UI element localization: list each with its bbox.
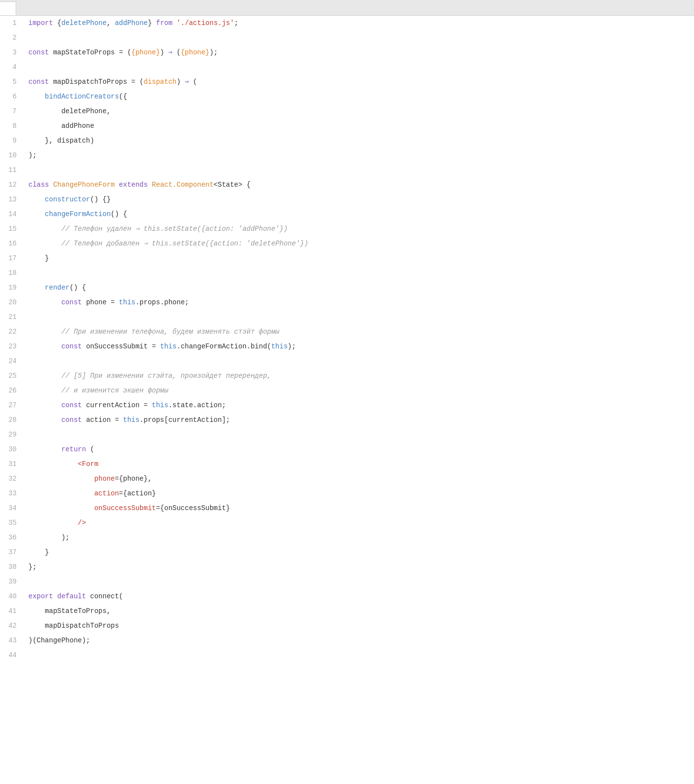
code-line: class ChangePhoneForm extends React.Comp… bbox=[28, 177, 694, 192]
file-tab[interactable] bbox=[0, 1, 16, 15]
code-token: './actions.js' bbox=[177, 19, 235, 27]
code-line: action={action} bbox=[28, 486, 694, 501]
line-number: 29 bbox=[4, 427, 17, 442]
code-line bbox=[28, 648, 694, 662]
code-line: import {deletePhone, addPhone} from './a… bbox=[28, 16, 694, 30]
line-number: 41 bbox=[4, 604, 17, 618]
code-token: ={action} bbox=[119, 490, 156, 497]
code-line: } bbox=[28, 251, 694, 266]
code-token bbox=[28, 298, 61, 306]
code-token: const bbox=[28, 49, 49, 56]
code-token bbox=[172, 19, 176, 27]
line-number: 38 bbox=[4, 560, 17, 574]
code-line: render() { bbox=[28, 280, 694, 295]
line-number: 1 bbox=[4, 16, 17, 30]
code-token: from bbox=[156, 19, 173, 27]
code-line: const mapDispatchToProps = (dispatch) ⇒ … bbox=[28, 74, 694, 89]
code-token: // Телефон добавлен bbox=[28, 240, 144, 247]
code-line: const onSuccessSubmit = this.changeFormA… bbox=[28, 339, 694, 354]
code-token bbox=[148, 181, 152, 189]
line-number: 39 bbox=[4, 574, 17, 589]
code-token: onSuccessSubmit bbox=[94, 504, 156, 512]
code-token: ⇒ bbox=[185, 78, 189, 86]
code-token: { bbox=[53, 19, 61, 27]
code-token: React.Component bbox=[152, 181, 214, 189]
code-token: // [5] При изменении стэйта, произойдет … bbox=[28, 372, 271, 380]
code-token: class bbox=[28, 181, 49, 189]
code-line: // [5] При изменении стэйта, произойдет … bbox=[28, 368, 694, 383]
code-line: onSuccessSubmit={onSuccessSubmit} bbox=[28, 501, 694, 515]
code-token: // Телефон удален bbox=[28, 225, 135, 233]
code-line bbox=[28, 60, 694, 74]
line-number: 42 bbox=[4, 618, 17, 633]
code-line: // Телефон добавлен ⇒ this.setState({act… bbox=[28, 236, 694, 251]
line-number: 28 bbox=[4, 413, 17, 427]
code-token bbox=[28, 460, 78, 468]
code-token: export bbox=[28, 592, 53, 600]
code-token: const bbox=[61, 298, 82, 306]
code-token: ={phone}, bbox=[115, 475, 152, 483]
code-token: ) bbox=[176, 78, 185, 86]
line-number: 31 bbox=[4, 457, 17, 471]
code-line: const currentAction = this.state.action; bbox=[28, 398, 694, 413]
code-token bbox=[28, 519, 78, 527]
code-token: ⇒ bbox=[144, 240, 147, 247]
code-token: mapStateToProps = ( bbox=[49, 49, 131, 56]
code-line: deletePhone, bbox=[28, 104, 694, 119]
line-number: 17 bbox=[4, 251, 17, 266]
line-number: 34 bbox=[4, 501, 17, 515]
line-number: 25 bbox=[4, 368, 17, 383]
tab-bar bbox=[0, 0, 694, 16]
code-token: <Form bbox=[78, 460, 98, 468]
code-token bbox=[28, 196, 45, 203]
code-token bbox=[28, 416, 61, 424]
code-line: /> bbox=[28, 515, 694, 530]
code-token: addPhone bbox=[28, 122, 94, 130]
line-number: 36 bbox=[4, 530, 17, 545]
code-token: , bbox=[107, 19, 115, 27]
code-token: this.setState({action: 'deletePhone'}) bbox=[148, 240, 309, 247]
line-numbers: 1234567891011121314151617181920212223242… bbox=[0, 16, 24, 662]
code-token: ( bbox=[86, 445, 95, 453]
code-token: const bbox=[61, 401, 82, 409]
line-number: 8 bbox=[4, 119, 17, 133]
code-token: addPhone bbox=[115, 19, 147, 27]
code-line: // При изменении телефона, будем изменят… bbox=[28, 324, 694, 339]
line-number: 12 bbox=[4, 177, 17, 192]
code-token: () {} bbox=[90, 196, 111, 203]
code-token: mapDispatchToProps bbox=[28, 622, 119, 630]
code-token: )(ChangePhone); bbox=[28, 637, 90, 644]
code-token: extends bbox=[119, 181, 148, 189]
code-token: ); bbox=[287, 343, 296, 350]
line-number: 5 bbox=[4, 74, 17, 89]
line-number: 7 bbox=[4, 104, 17, 119]
code-token: deletePhone, bbox=[28, 107, 111, 115]
code-token: ChangePhoneForm bbox=[53, 181, 115, 189]
code-lines: import {deletePhone, addPhone} from './a… bbox=[24, 16, 694, 662]
code-token: return bbox=[61, 445, 86, 453]
code-token: } bbox=[28, 548, 49, 556]
code-token: ); bbox=[210, 49, 218, 56]
line-number: 16 bbox=[4, 236, 17, 251]
code-token: {phone} bbox=[181, 49, 210, 56]
code-token: bindActionCreators bbox=[28, 93, 119, 100]
code-token: this bbox=[152, 401, 168, 409]
code-line: // и изменится экшен формы bbox=[28, 383, 694, 398]
code-line bbox=[28, 266, 694, 280]
code-line bbox=[28, 30, 694, 45]
code-token: this bbox=[123, 416, 140, 424]
code-line: // Телефон удален ⇒ this.setState({actio… bbox=[28, 221, 694, 236]
code-token: ⇒ bbox=[135, 225, 139, 233]
code-line: )(ChangePhone); bbox=[28, 633, 694, 648]
code-line: mapDispatchToProps bbox=[28, 618, 694, 633]
line-number: 27 bbox=[4, 398, 17, 413]
line-number: 14 bbox=[4, 207, 17, 221]
code-token bbox=[28, 284, 45, 292]
code-token: () { bbox=[111, 210, 127, 218]
code-line: }; bbox=[28, 560, 694, 574]
code-token: .props[currentAction]; bbox=[140, 416, 230, 424]
code-token: ); bbox=[28, 534, 70, 541]
code-token: default bbox=[57, 592, 86, 600]
code-token: mapDispatchToProps = ( bbox=[49, 78, 144, 86]
line-number: 13 bbox=[4, 192, 17, 207]
